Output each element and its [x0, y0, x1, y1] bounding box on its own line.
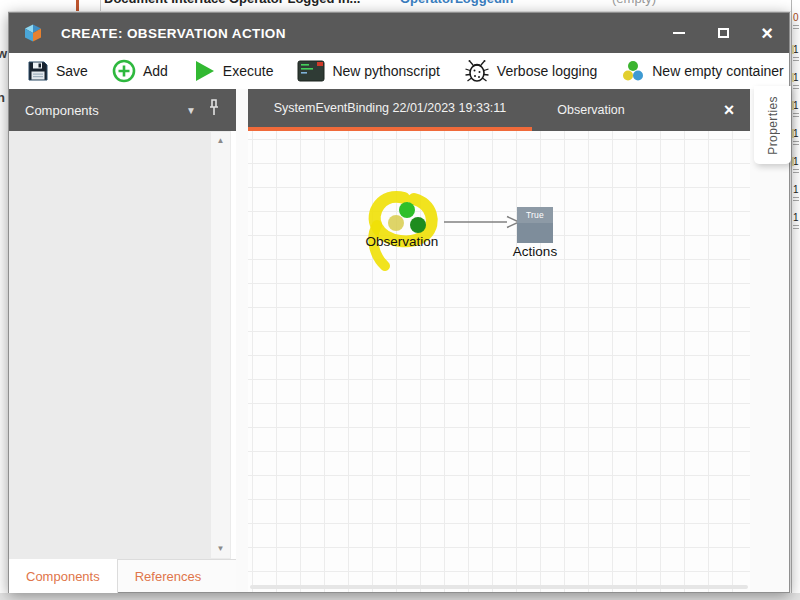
new-pythonscript-button[interactable]: New pythonscript	[285, 53, 451, 89]
actions-node[interactable]: True	[517, 207, 553, 243]
background-window-top-strip: Document Interface Operator Logged in...…	[0, 0, 800, 12]
three-dots-icon	[621, 60, 645, 82]
properties-flyout-tab[interactable]: Properties	[754, 86, 791, 164]
dialog-content: Components ▼ ▲ ▼ Components	[9, 89, 789, 592]
plus-circle-icon	[112, 59, 136, 83]
background-link-text: OperatorLoggedIn	[400, 0, 513, 6]
toolbar-item-label: New pythonscript	[332, 63, 439, 79]
components-list[interactable]: ▲ ▼	[9, 131, 231, 559]
row-number: 1	[793, 156, 800, 167]
new-empty-container-button[interactable]: New empty container	[609, 53, 796, 89]
close-button[interactable]: ×	[745, 13, 789, 53]
save-button[interactable]: Save	[15, 53, 100, 89]
background-text-fragment: w	[0, 46, 7, 61]
components-scrollbar[interactable]: ▲ ▼	[211, 132, 230, 558]
observation-node-label[interactable]: Observation	[363, 234, 441, 249]
minimize-icon	[673, 32, 685, 34]
tab-components[interactable]: Components	[9, 559, 118, 593]
close-icon: ×	[761, 23, 773, 43]
background-text: Document Interface Operator Logged in...	[104, 0, 360, 6]
toolbar-item-label: New empty container	[652, 63, 784, 79]
yellow-dot	[388, 215, 404, 231]
blue-marker	[791, 15, 792, 19]
diagram-canvas[interactable]: Observation True Actions	[248, 131, 750, 592]
components-panel-bottom-tabs: Components References	[9, 559, 236, 592]
row-number: 1	[793, 184, 800, 195]
toolbar: Save Add Execute	[9, 53, 789, 89]
background-window-right-strip: 0 1 1 1 1 1 1 1	[791, 0, 800, 600]
background-divider	[76, 0, 79, 12]
toolbar-item-label: Save	[56, 63, 88, 79]
toolbar-item-label: Add	[143, 63, 168, 79]
tab-label: SystemEventBinding 22/01/2023 19:33:11	[274, 101, 507, 115]
background-window-bottom-strip	[0, 593, 800, 600]
title-bar[interactable]: CREATE: OBSERVATION ACTION ×	[9, 13, 789, 53]
toolbar-item-label: Verbose logging	[497, 63, 597, 79]
background-muted-text: (empty)	[612, 0, 656, 6]
minimize-button[interactable]	[657, 13, 701, 53]
document-tab-bar: SystemEventBinding 22/01/2023 19:33:11 O…	[248, 89, 750, 131]
tab-close-button[interactable]: ×	[708, 89, 750, 131]
add-button[interactable]: Add	[100, 53, 180, 89]
tab-label: References	[135, 569, 201, 584]
background-divider	[100, 0, 101, 12]
maximize-icon	[718, 28, 729, 38]
true-badge: True	[517, 207, 553, 223]
maximize-button[interactable]	[701, 13, 745, 53]
yellow-marker	[792, 101, 794, 110]
connector-arrow	[443, 215, 521, 229]
components-panel-title: Components	[25, 103, 99, 118]
verbose-logging-button[interactable]: Verbose logging	[452, 53, 609, 89]
background-window-left-strip: w n	[0, 0, 8, 593]
observation-node-icon[interactable]	[362, 187, 454, 275]
pin-icon[interactable]	[207, 99, 221, 117]
floppy-disk-icon	[27, 60, 49, 82]
components-panel: Components ▼ ▲ ▼ Components	[9, 89, 236, 592]
components-panel-header: Components ▼	[9, 89, 236, 131]
close-icon: ×	[724, 100, 735, 121]
yellow-marker	[792, 157, 794, 166]
chevron-down-icon[interactable]: ▼	[186, 105, 196, 116]
yellow-marker	[792, 129, 794, 138]
properties-tab-label: Properties	[766, 96, 780, 155]
tab-observation[interactable]: Observation	[532, 89, 650, 131]
row-number: 1	[793, 128, 800, 139]
dark-green-dot	[410, 217, 426, 233]
scroll-up-icon[interactable]: ▲	[211, 134, 230, 148]
row-number: 1	[793, 212, 800, 223]
actions-node-label[interactable]: Actions	[500, 244, 570, 259]
screen: Document Interface Operator Logged in...…	[0, 0, 800, 600]
background-text-fragment: n	[0, 90, 5, 105]
dialog-title: CREATE: OBSERVATION ACTION	[61, 26, 286, 41]
create-observation-action-dialog: CREATE: OBSERVATION ACTION × Save	[8, 12, 790, 593]
toolbar-item-label: Execute	[223, 63, 274, 79]
tab-label: Observation	[557, 103, 624, 117]
row-number: 1	[793, 100, 800, 111]
play-icon	[192, 59, 216, 83]
row-number: 0	[793, 12, 800, 23]
tab-label: Components	[26, 569, 100, 584]
document-area: SystemEventBinding 22/01/2023 19:33:11 O…	[248, 89, 750, 592]
app-cube-icon	[22, 22, 44, 44]
tab-systemeventbinding[interactable]: SystemEventBinding 22/01/2023 19:33:11	[248, 89, 532, 131]
green-dot	[399, 202, 415, 218]
execute-button[interactable]: Execute	[180, 53, 286, 89]
tab-references[interactable]: References	[118, 559, 218, 593]
bug-icon	[464, 58, 490, 84]
scroll-down-icon[interactable]: ▼	[211, 542, 230, 556]
terminal-icon	[297, 60, 325, 82]
